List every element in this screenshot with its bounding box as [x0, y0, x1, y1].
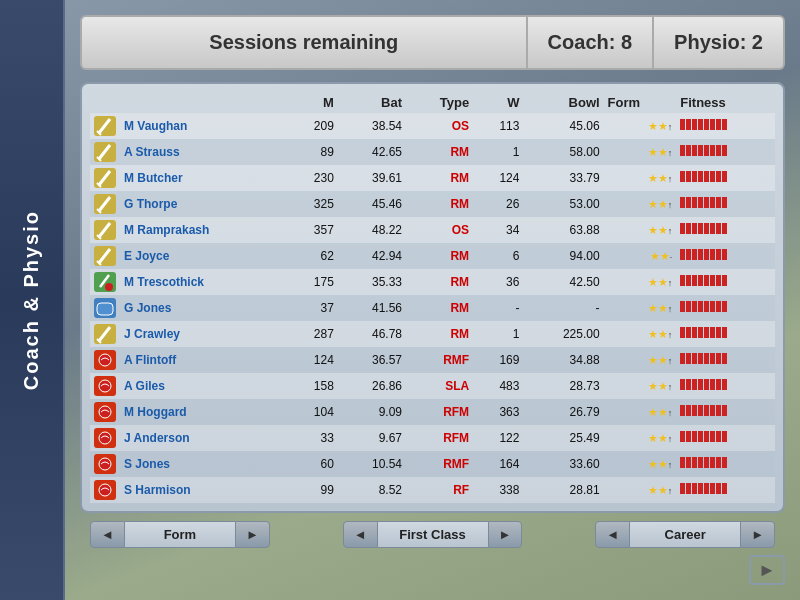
- player-form: ★★↑: [604, 113, 677, 139]
- table-row[interactable]: G Jones3741.56RM--★★↑: [90, 295, 775, 321]
- nav-first-class: ◄ First Class ►: [343, 521, 523, 548]
- svg-line-0: [99, 119, 110, 133]
- player-form: ★★↑: [604, 451, 677, 477]
- table-row[interactable]: G Thorpe32545.46RM2653.00★★↑: [90, 191, 775, 217]
- player-form: ★★↑: [604, 399, 677, 425]
- player-m: 33: [288, 425, 338, 451]
- svg-line-2: [99, 145, 110, 159]
- form-prev-button[interactable]: ◄: [90, 521, 125, 548]
- player-type: RM: [406, 295, 473, 321]
- main-content: Sessions remaining Coach: 8 Physio: 2 M …: [65, 0, 800, 600]
- player-m: 357: [288, 217, 338, 243]
- player-icon-cell: [90, 451, 120, 477]
- player-bat: 42.65: [338, 139, 406, 165]
- table-row[interactable]: M Ramprakash35748.22OS3463.88★★↑: [90, 217, 775, 243]
- player-name: M Hoggard: [120, 399, 288, 425]
- player-icon-cell: [90, 477, 120, 503]
- player-fitness: [676, 113, 775, 139]
- player-fitness: [676, 269, 775, 295]
- player-type: RM: [406, 243, 473, 269]
- table-row[interactable]: M Hoggard1049.09RFM36326.79★★↑: [90, 399, 775, 425]
- player-w: 122: [473, 425, 523, 451]
- player-bowl: 53.00: [523, 191, 603, 217]
- player-name: M Vaughan: [120, 113, 288, 139]
- player-bowl: 26.79: [523, 399, 603, 425]
- player-fitness: [676, 347, 775, 373]
- player-name: A Giles: [120, 373, 288, 399]
- player-name: A Strauss: [120, 139, 288, 165]
- career-next-button[interactable]: ►: [740, 521, 775, 548]
- table-row[interactable]: A Strauss8942.65RM158.00★★↑: [90, 139, 775, 165]
- player-icon-cell: [90, 165, 120, 191]
- player-fitness: [676, 451, 775, 477]
- player-fitness: [676, 477, 775, 503]
- player-w: 338: [473, 477, 523, 503]
- player-bat: 48.22: [338, 217, 406, 243]
- sidebar-title: Coach & Physio: [20, 210, 43, 390]
- player-bat: 35.33: [338, 269, 406, 295]
- player-icon-cell: [90, 217, 120, 243]
- table-row[interactable]: J Crawley28746.78RM1225.00★★↑: [90, 321, 775, 347]
- player-form: ★★↑: [604, 165, 677, 191]
- player-name: M Trescothick: [120, 269, 288, 295]
- col-bowl: Bowl: [523, 92, 603, 113]
- table-row[interactable]: S Jones6010.54RMF16433.60★★↑: [90, 451, 775, 477]
- player-bowl: 28.81: [523, 477, 603, 503]
- player-type: RM: [406, 191, 473, 217]
- player-m: 209: [288, 113, 338, 139]
- player-icon-cell: [90, 113, 120, 139]
- player-bat: 45.46: [338, 191, 406, 217]
- table-row[interactable]: S Harmison998.52RF33828.81★★↑: [90, 477, 775, 503]
- player-icon-cell: [90, 243, 120, 269]
- table-row[interactable]: J Anderson339.67RFM12225.49★★↑: [90, 425, 775, 451]
- player-form: ★★↑: [604, 373, 677, 399]
- player-type: RM: [406, 165, 473, 191]
- player-bat: 41.56: [338, 295, 406, 321]
- player-fitness: [676, 321, 775, 347]
- table-row[interactable]: M Trescothick17535.33RM3642.50★★↑: [90, 269, 775, 295]
- svg-point-20: [99, 432, 111, 444]
- form-next-button[interactable]: ►: [235, 521, 270, 548]
- table-row[interactable]: M Butcher23039.61RM12433.79★★↑: [90, 165, 775, 191]
- table-row[interactable]: A Giles15826.86SLA48328.73★★↑: [90, 373, 775, 399]
- table-row[interactable]: M Vaughan20938.54OS11345.06★★↑: [90, 113, 775, 139]
- player-bat: 9.09: [338, 399, 406, 425]
- player-w: 34: [473, 217, 523, 243]
- col-m: M: [288, 92, 338, 113]
- player-w: 169: [473, 347, 523, 373]
- svg-line-10: [99, 249, 110, 263]
- player-name: E Joyce: [120, 243, 288, 269]
- player-m: 175: [288, 269, 338, 295]
- player-type: RM: [406, 269, 473, 295]
- player-bowl: 45.06: [523, 113, 603, 139]
- player-icon-cell: [90, 347, 120, 373]
- player-type: RFM: [406, 399, 473, 425]
- table-row[interactable]: A Flintoff12436.57RMF16934.88★★↑: [90, 347, 775, 373]
- next-arrow-button[interactable]: ►: [749, 555, 785, 585]
- player-name: J Anderson: [120, 425, 288, 451]
- player-fitness: [676, 373, 775, 399]
- first-class-prev-button[interactable]: ◄: [343, 521, 378, 548]
- first-class-next-button[interactable]: ►: [488, 521, 523, 548]
- player-fitness: [676, 191, 775, 217]
- player-m: 37: [288, 295, 338, 321]
- player-bowl: 58.00: [523, 139, 603, 165]
- career-prev-button[interactable]: ◄: [595, 521, 630, 548]
- player-bat: 38.54: [338, 113, 406, 139]
- player-name: M Ramprakash: [120, 217, 288, 243]
- svg-line-8: [99, 223, 110, 237]
- physio-sessions: Physio: 2: [654, 15, 785, 70]
- player-m: 325: [288, 191, 338, 217]
- form-label: Form: [125, 521, 235, 548]
- col-icon: [90, 92, 120, 113]
- player-form: ★★↑: [604, 191, 677, 217]
- player-w: 164: [473, 451, 523, 477]
- player-name: A Flintoff: [120, 347, 288, 373]
- player-name: S Harmison: [120, 477, 288, 503]
- player-bowl: -: [523, 295, 603, 321]
- player-name: M Butcher: [120, 165, 288, 191]
- svg-line-15: [99, 327, 110, 341]
- player-table: M Bat Type W Bowl Form Fitness M Vaughan…: [90, 92, 775, 503]
- player-icon-cell: [90, 191, 120, 217]
- table-row[interactable]: E Joyce6242.94RM694.00★★·: [90, 243, 775, 269]
